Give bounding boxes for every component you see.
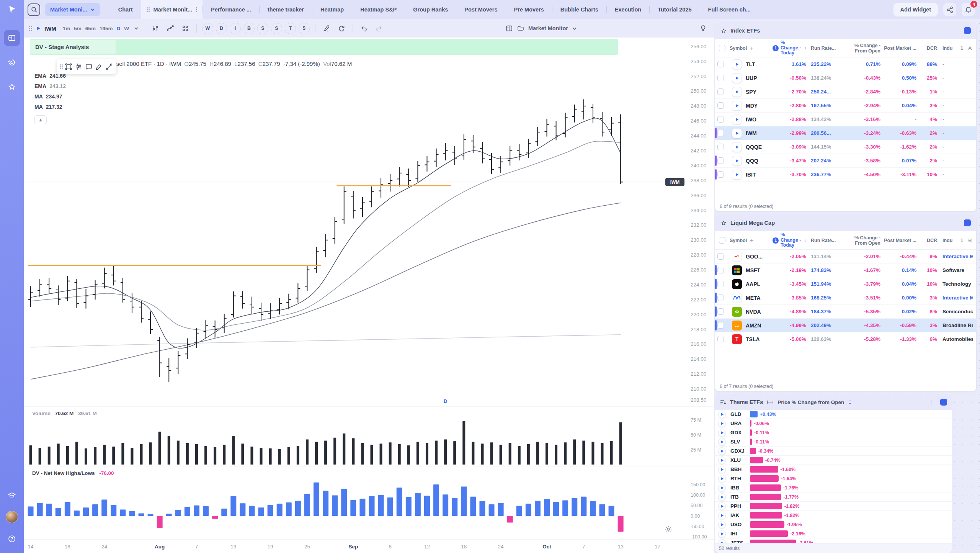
- active-symbol[interactable]: IWM: [44, 25, 56, 32]
- row-checkbox[interactable]: [717, 130, 724, 136]
- sidebar-item-favorites[interactable]: [4, 79, 20, 95]
- tab-execution[interactable]: Execution: [607, 0, 649, 19]
- play-symbol-button[interactable]: [718, 530, 726, 538]
- comment-tool-icon[interactable]: [85, 61, 93, 72]
- drag-handle-icon[interactable]: [29, 26, 32, 31]
- theme-row-XLU[interactable]: XLU-0.74%: [715, 456, 952, 465]
- play-symbol-button[interactable]: [718, 521, 726, 528]
- layout-grid-icon[interactable]: [180, 23, 191, 34]
- play-symbol-button[interactable]: [718, 429, 726, 437]
- candle-tool-icon[interactable]: [74, 61, 83, 72]
- indicator-legend-row[interactable]: EMA243.12: [34, 83, 66, 89]
- trendline-tool-icon[interactable]: [105, 61, 113, 72]
- folder-icon[interactable]: [517, 25, 524, 32]
- table-row-META[interactable]: META-3.85%168.25%-3.51%0.00%3%Interactiv…: [715, 291, 976, 305]
- dashboard-selector[interactable]: Market Moni...: [45, 3, 100, 16]
- row-checkbox[interactable]: [717, 75, 724, 81]
- timeframe-65m[interactable]: 65m: [84, 25, 97, 33]
- column-post-market[interactable]: Post Market ...: [880, 46, 916, 51]
- refresh-icon[interactable]: [336, 23, 347, 34]
- theme-row-GDX[interactable]: GDX-0.11%: [715, 428, 952, 437]
- undo-icon[interactable]: [358, 23, 370, 34]
- tab-chart[interactable]: Chart: [110, 0, 141, 19]
- symbol-play-icon[interactable]: [36, 26, 41, 31]
- play-symbol-button[interactable]: [718, 502, 726, 510]
- play-symbol-button[interactable]: [718, 411, 726, 418]
- table-row-QQQE[interactable]: QQQE-3.09%144.15%-3.30%-1.62%2%-: [715, 140, 976, 154]
- timeframe-1m[interactable]: 1m: [61, 25, 72, 33]
- column-post-market[interactable]: Post Market ...: [880, 238, 916, 243]
- sort-arrows-icon[interactable]: [848, 399, 852, 405]
- column-symbol[interactable]: Symbol +: [728, 45, 773, 52]
- mode-letter-s-5[interactable]: S: [271, 23, 282, 34]
- theme-row-JETS[interactable]: JETS-2.61%: [715, 538, 952, 543]
- tab-performance[interactable]: Performance ...: [203, 0, 259, 19]
- table-settings-gear-icon[interactable]: [967, 45, 973, 51]
- row-checkbox[interactable]: [717, 157, 724, 164]
- star-icon[interactable]: [720, 220, 727, 226]
- column-change-from-open[interactable]: % Change - From Open: [841, 235, 880, 246]
- draw-pencil-icon[interactable]: [321, 23, 332, 34]
- widget-color-chip[interactable]: [940, 399, 947, 406]
- tab-group-ranks[interactable]: Group Ranks: [405, 0, 456, 19]
- table-row-GOO[interactable]: GOO...-2.05%131.14%-2.01%-0.44%9%Interac…: [715, 250, 976, 263]
- tab-heatmap[interactable]: Heatmap: [312, 0, 352, 19]
- add-symbol-icon[interactable]: +: [750, 237, 753, 244]
- sidebar-item-help[interactable]: [4, 531, 20, 547]
- row-checkbox[interactable]: [717, 171, 724, 178]
- table-row-TSLA[interactable]: TTSLA-5.06%120.63%-5.28%-1.33%6%Automobi…: [715, 332, 976, 346]
- row-checkbox[interactable]: [717, 61, 724, 67]
- timeframe-D[interactable]: D: [115, 25, 122, 33]
- select-all-checkbox[interactable]: [719, 45, 725, 51]
- play-symbol-button[interactable]: [718, 493, 726, 501]
- theme-row-BBH[interactable]: BBH-1.60%: [715, 465, 952, 474]
- sidebar-item-dashboards[interactable]: [4, 30, 20, 46]
- redo-icon[interactable]: [373, 23, 385, 34]
- mode-letter-i-2[interactable]: I: [230, 23, 241, 34]
- line-tools-icon[interactable]: [165, 23, 176, 34]
- table-row-AMZN[interactable]: AMZN-4.99%202.49%-4.35%-0.59%3%Broadline…: [715, 319, 976, 332]
- layout-icon[interactable]: [505, 25, 513, 32]
- column-dcr[interactable]: DCR: [916, 46, 937, 51]
- play-symbol-button[interactable]: [732, 115, 742, 124]
- play-symbol-button[interactable]: [718, 466, 726, 473]
- tab-post-movers[interactable]: Post Movers: [456, 0, 505, 19]
- timeframe-195m[interactable]: 195m: [98, 25, 114, 33]
- column-run-rate[interactable]: Run Rate...: [806, 238, 841, 243]
- row-checkbox[interactable]: [717, 102, 724, 109]
- stage-analysis-banner[interactable]: DV - Stage Analysis: [30, 39, 618, 55]
- play-symbol-button[interactable]: [732, 142, 742, 152]
- chevron-down-icon[interactable]: [572, 26, 577, 31]
- mode-letter-w-0[interactable]: W: [202, 23, 213, 34]
- row-checkbox[interactable]: [717, 116, 724, 123]
- theme-row-GLD[interactable]: GLD+0.43%: [715, 410, 952, 419]
- tab-tutorial-2025[interactable]: Tutorial 2025: [650, 0, 699, 19]
- legend-collapse-button[interactable]: ▲: [34, 115, 47, 124]
- theme-row-ITB[interactable]: ITB-1.77%: [715, 492, 952, 502]
- mode-letter-d-1[interactable]: D: [216, 23, 227, 34]
- table-row-TLT[interactable]: TLT1.61%235.22%0.71%0.09%88%-: [715, 57, 976, 71]
- play-symbol-button[interactable]: [732, 87, 742, 97]
- column-run-rate[interactable]: Run Rate...: [806, 46, 841, 51]
- table-row-UUP[interactable]: UUP-0.50%138.24%-0.43%0.50%25%-: [715, 71, 976, 85]
- play-symbol-button[interactable]: [732, 170, 742, 180]
- column-change-today[interactable]: 1% Change - Today: [773, 232, 806, 248]
- app-logo-icon[interactable]: [6, 4, 18, 17]
- theme-row-IHI[interactable]: IHI-2.16%: [715, 529, 952, 538]
- mode-letter-b-3[interactable]: B: [243, 23, 255, 34]
- star-icon[interactable]: [720, 28, 727, 34]
- column-change-from-open[interactable]: % Change - From Open: [841, 43, 880, 54]
- share-button[interactable]: [943, 3, 956, 16]
- row-checkbox[interactable]: [717, 294, 724, 301]
- user-avatar[interactable]: [6, 511, 18, 523]
- table-row-AAPL[interactable]: AAPL-3.45%151.94%-3.79%0.04%10%Technolog…: [715, 277, 976, 291]
- notifications-button[interactable]: 4: [962, 3, 975, 16]
- mode-letter-t-6[interactable]: T: [285, 23, 296, 34]
- theme-row-GDXJ[interactable]: GDXJ-0.34%: [715, 447, 952, 456]
- table-row-MSFT[interactable]: MSFT-2.19%174.83%-1.67%0.14%10%Software: [715, 263, 976, 277]
- rect-select-tool-icon[interactable]: [64, 61, 73, 72]
- column-change-today[interactable]: 1% Change - Today: [773, 40, 806, 56]
- price-chart-svg[interactable]: IWMD256.00254.00252.00250.00248.00246.00…: [24, 38, 714, 553]
- play-symbol-button[interactable]: [718, 447, 726, 455]
- tab-pre-movers[interactable]: Pre Movers: [506, 0, 552, 19]
